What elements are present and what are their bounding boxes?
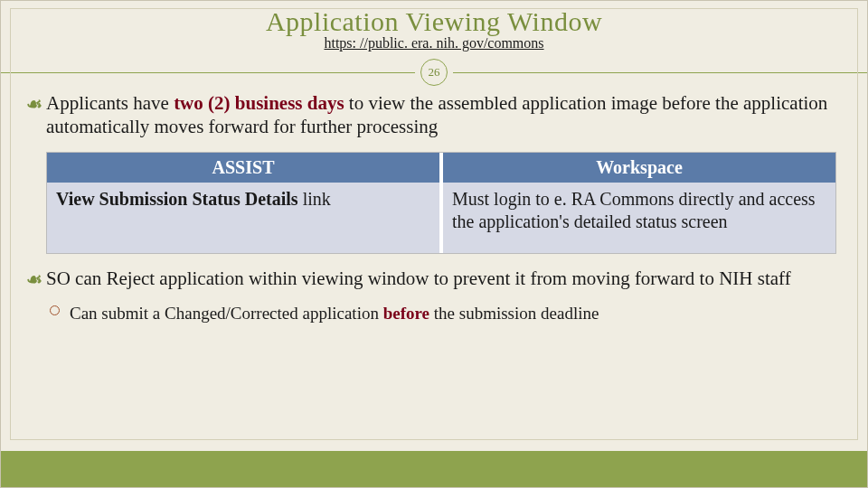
sub-bullet-item: Can submit a Changed/Corrected applicati… bbox=[50, 303, 842, 324]
subbullet-emphasis: before bbox=[383, 304, 429, 323]
fleuron-icon: ☙ bbox=[26, 268, 42, 291]
subbullet-tail: the submission deadline bbox=[429, 304, 599, 323]
fleuron-icon: ☙ bbox=[26, 93, 42, 116]
slide: Application Viewing Window https: //publ… bbox=[0, 0, 868, 488]
bullet-item-1: ☙ Applicants have two (2) business days … bbox=[26, 91, 842, 139]
inner-frame bbox=[10, 8, 858, 440]
bullet-item-2: ☙ SO can Reject application within viewi… bbox=[26, 267, 842, 290]
bullet1-emphasis: two (2) business days bbox=[174, 92, 344, 114]
subbullet-lead: Can submit a Changed/Corrected applicati… bbox=[70, 304, 383, 323]
circle-bullet-icon bbox=[50, 305, 60, 315]
bullet1-lead: Applicants have bbox=[46, 92, 174, 114]
bottom-accent-bar bbox=[1, 451, 867, 487]
bullet2-text: SO can Reject application within viewing… bbox=[46, 267, 791, 289]
